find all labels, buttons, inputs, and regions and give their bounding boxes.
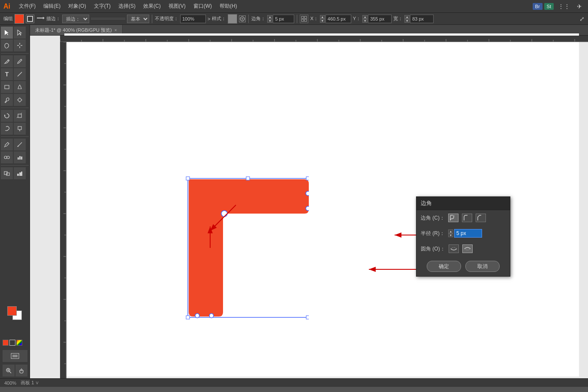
cancel-button[interactable]: 取消: [465, 261, 500, 272]
tool-sep3: [1, 136, 29, 137]
line-tool[interactable]: [14, 68, 26, 80]
canvas-surface[interactable]: 边角 边角 (C)：: [64, 33, 579, 377]
x-label: X：: [310, 15, 318, 22]
fill-indicator[interactable]: [3, 340, 9, 346]
menu-help[interactable]: 帮助(H): [216, 2, 241, 11]
direct-select-tool[interactable]: [14, 27, 26, 39]
pen-tool[interactable]: [1, 55, 13, 67]
radius-spinner[interactable]: ▲ ▼: [448, 229, 453, 237]
w-input[interactable]: [410, 15, 434, 23]
stroke-indicator[interactable]: [9, 340, 15, 346]
scale-tool[interactable]: [14, 110, 26, 122]
magic-wand-tool[interactable]: [14, 39, 26, 51]
puppet-tool[interactable]: [14, 123, 26, 135]
x-input[interactable]: [326, 15, 351, 23]
lasso-tool[interactable]: [1, 39, 13, 51]
rect-tool[interactable]: [1, 81, 13, 93]
view-mode-btn[interactable]: [3, 350, 27, 362]
brush-tool[interactable]: [1, 94, 13, 106]
menu-select[interactable]: 选择(S): [115, 2, 139, 11]
style-swatch[interactable]: [228, 14, 237, 24]
tool-row-grad: [1, 139, 29, 151]
share-btn[interactable]: ✈: [574, 2, 585, 11]
radius-up[interactable]: ▲: [448, 229, 453, 233]
zoom-pan-tools: [1, 365, 29, 377]
tool-row-rect: [1, 81, 29, 93]
hand-tool[interactable]: [15, 365, 27, 377]
shaper-tool[interactable]: [14, 94, 26, 106]
warp-tool[interactable]: [1, 123, 13, 135]
canvas-area[interactable]: 未标题-1* @ 400% (RGB/GPU 预览) ×: [30, 25, 588, 378]
color-swatches: [1, 304, 29, 347]
radius-input[interactable]: [454, 229, 482, 238]
style-options-btn[interactable]: [239, 15, 246, 22]
fill-swatch[interactable]: [15, 14, 24, 24]
y-spinner[interactable]: ▲ ▼: [362, 15, 368, 23]
menu-window[interactable]: 窗口(W): [190, 2, 215, 11]
symbol-tool[interactable]: [1, 167, 13, 179]
y-input[interactable]: [368, 15, 392, 23]
menu-text[interactable]: 文字(T): [90, 2, 114, 11]
bridge-btn[interactable]: Br: [533, 3, 543, 10]
stroke-label: 描边：: [46, 15, 60, 22]
measure-tool[interactable]: [14, 139, 26, 151]
tool-row-brush: [1, 94, 29, 106]
tab-close-btn[interactable]: ×: [115, 28, 117, 33]
w-spinner[interactable]: ▲ ▼: [404, 15, 410, 23]
corner-down[interactable]: ▼: [267, 19, 272, 23]
opacity-input[interactable]: [180, 15, 206, 23]
stock-btn[interactable]: St: [544, 3, 554, 10]
corner-up[interactable]: ▲: [267, 15, 272, 19]
rounding-concave-btn[interactable]: [449, 244, 459, 253]
opacity-more[interactable]: >: [208, 16, 210, 21]
fg-bg-swatches[interactable]: [7, 306, 23, 322]
menu-object[interactable]: 对象(O): [65, 2, 89, 11]
y-up[interactable]: ▲: [362, 15, 368, 19]
gradient-indicator[interactable]: [16, 340, 22, 346]
rounding-convex-btn[interactable]: [462, 244, 473, 253]
stroke-swatch[interactable]: [26, 15, 34, 23]
x-up[interactable]: ▲: [320, 15, 325, 19]
corner-type-round[interactable]: [462, 214, 472, 222]
tool-sep4: [1, 165, 29, 166]
menu-edit[interactable]: 编辑(E): [40, 2, 64, 11]
confirm-button[interactable]: 确定: [427, 261, 461, 272]
w-up[interactable]: ▲: [404, 15, 410, 19]
menu-view[interactable]: 视图(V): [165, 2, 189, 11]
bar-chart-tool[interactable]: [14, 151, 26, 163]
blend-tool[interactable]: [1, 151, 13, 163]
eyedropper-tool[interactable]: [1, 139, 13, 151]
stroke-icon: [36, 14, 45, 24]
f-shape-wrapper: [163, 175, 309, 321]
menu-file[interactable]: 文件(F): [15, 2, 39, 11]
workspace-btn[interactable]: ⋮⋮: [555, 2, 573, 11]
corner-type-chamfer[interactable]: [476, 214, 486, 222]
zoom-tool[interactable]: [3, 365, 15, 377]
stroke-dropdown[interactable]: 插边：: [62, 15, 89, 23]
x-down[interactable]: ▼: [320, 19, 325, 23]
svg-point-25: [4, 156, 7, 159]
column-chart-tool[interactable]: [14, 167, 26, 179]
svg-rect-42: [186, 177, 190, 180]
stroke-preview: [91, 18, 125, 19]
corner-spinner[interactable]: ▲ ▼: [267, 15, 272, 23]
paint-tool[interactable]: [14, 81, 26, 93]
radius-down[interactable]: ▼: [448, 233, 453, 237]
corner-type-round-inside[interactable]: [448, 214, 458, 222]
select-tool[interactable]: [1, 27, 13, 39]
foreground-swatch[interactable]: [7, 306, 17, 316]
tool-row-pen2: [1, 55, 29, 67]
x-spinner[interactable]: ▲ ▼: [320, 15, 325, 23]
y-down[interactable]: ▼: [362, 19, 368, 23]
rotate-tool[interactable]: [1, 110, 13, 122]
type-tool[interactable]: T: [1, 68, 13, 80]
tool-row-type: T: [1, 68, 29, 80]
pencil-tool[interactable]: [14, 55, 26, 67]
artboard-info: 画板 1 ∨: [21, 380, 39, 386]
corner-input[interactable]: [273, 15, 294, 23]
menu-effect[interactable]: 效果(C): [140, 2, 164, 11]
w-down[interactable]: ▼: [404, 19, 410, 23]
transform-btn[interactable]: [300, 15, 308, 23]
stroke-style-dropdown[interactable]: 基本: [127, 15, 149, 23]
more-options-btn[interactable]: ⤢: [579, 15, 585, 22]
